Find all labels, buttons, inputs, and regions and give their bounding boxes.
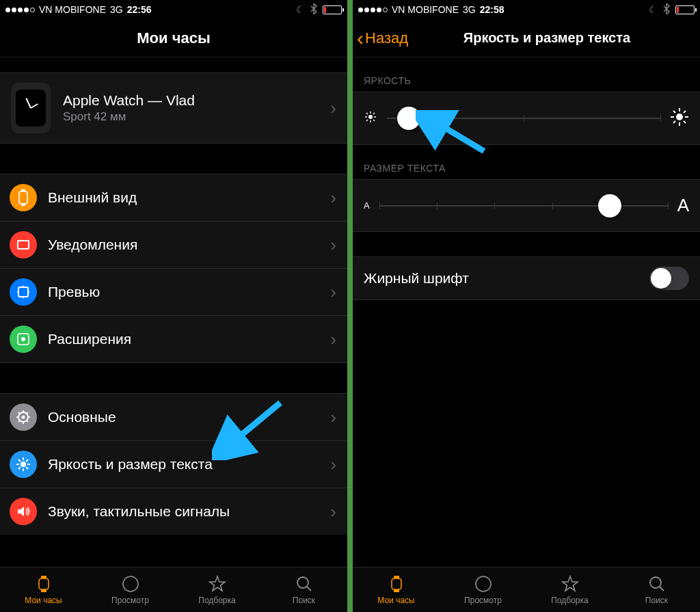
svg-rect-51 (392, 578, 401, 589)
paired-watch-card[interactable]: Apple Watch — Vlad Sport 42 мм › (0, 72, 347, 144)
brightness-slider[interactable] (387, 118, 660, 119)
chevron-right-icon: › (330, 501, 336, 522)
svg-rect-29 (41, 589, 46, 592)
navbar: ‹ Назад Яркость и размер текста (353, 19, 700, 57)
svg-line-56 (660, 587, 664, 591)
clock-label: 22:58 (480, 4, 504, 15)
chevron-left-icon: ‹ (357, 28, 364, 49)
chevron-right-icon: › (330, 235, 336, 256)
appearance-icon (10, 184, 37, 211)
svg-rect-0 (19, 191, 27, 204)
svg-line-25 (18, 467, 21, 469)
textsize-small-label: A (364, 200, 370, 211)
tab-browse[interactable]: Просмотр (440, 568, 526, 612)
status-bar: VN MOBIFONE 3G 22:58 ☾ (353, 0, 700, 19)
battery-icon (323, 5, 342, 14)
svg-rect-52 (394, 576, 399, 578)
navbar: Мои часы (0, 19, 347, 57)
tab-featured[interactable]: Подборка (174, 568, 260, 612)
svg-point-9 (22, 416, 25, 419)
svg-line-48 (684, 121, 686, 123)
chevron-right-icon: › (330, 187, 336, 209)
do-not-disturb-icon: ☾ (649, 4, 658, 15)
row-complications[interactable]: Расширения › (0, 316, 347, 363)
screen-brightness-textsize: VN MOBIFONE 3G 22:58 ☾ ‹ Назад Яркость и… (353, 0, 700, 612)
svg-line-49 (673, 121, 675, 123)
bold-text-row: Жирный шрифт (353, 256, 700, 300)
svg-rect-27 (39, 578, 49, 589)
tab-label: Поиск (645, 596, 668, 605)
tab-browse[interactable]: Просмотр (87, 568, 174, 612)
status-bar: VN MOBIFONE 3G 22:56 ☾ (0, 0, 347, 19)
glances-icon (10, 278, 37, 306)
tab-label: Просмотр (111, 596, 149, 605)
network-label: 3G (110, 4, 123, 15)
tab-label: Просмотр (464, 596, 502, 605)
tab-my-watch[interactable]: Мои часы (0, 568, 87, 612)
svg-line-41 (373, 113, 375, 114)
row-label: Внешний вид (48, 189, 330, 206)
textsize-large-label: A (677, 195, 689, 216)
chevron-right-icon: › (330, 98, 336, 119)
tab-my-watch[interactable]: Мои часы (353, 568, 440, 612)
row-brightness-textsize[interactable]: Яркость и размер текста › (0, 441, 347, 488)
svg-point-54 (476, 576, 491, 591)
device-name: Apple Watch — Vlad (63, 92, 330, 109)
row-label: Уведомления (48, 237, 330, 253)
svg-line-32 (307, 587, 311, 591)
tab-search[interactable]: Поиск (613, 568, 700, 612)
row-label: Звуки, тактильные сигналы (48, 503, 330, 520)
watch-tab-icon (387, 574, 406, 594)
svg-rect-53 (394, 589, 399, 592)
chevron-right-icon: › (330, 407, 336, 428)
tab-label: Мои часы (25, 596, 62, 605)
svg-line-50 (684, 111, 686, 113)
row-notifications[interactable]: Уведомления › (0, 222, 347, 269)
section-header-textsize: РАЗМЕР ТЕКСТА (353, 145, 700, 179)
svg-line-14 (18, 412, 20, 414)
svg-point-30 (123, 576, 138, 591)
svg-line-24 (26, 467, 28, 469)
brightness-high-icon (670, 107, 689, 129)
svg-line-47 (673, 111, 675, 113)
row-glances[interactable]: Превью › (0, 269, 347, 316)
brightness-low-icon (364, 110, 377, 127)
row-label: Превью (48, 284, 330, 300)
svg-rect-4 (18, 241, 28, 248)
svg-line-16 (18, 421, 20, 422)
tab-bar: Мои часы Просмотр Подборка Поиск (0, 567, 347, 612)
tab-search[interactable]: Поиск (260, 568, 347, 612)
row-appearance[interactable]: Внешний вид › (0, 174, 347, 222)
network-label: 3G (463, 4, 476, 15)
bold-text-switch[interactable] (649, 267, 689, 290)
device-model: Sport 42 мм (63, 110, 330, 124)
brightness-slider-row (353, 92, 700, 145)
textsize-slider[interactable] (379, 205, 668, 207)
svg-point-7 (21, 337, 25, 341)
svg-rect-2 (21, 204, 25, 206)
svg-point-55 (650, 577, 661, 588)
tab-featured[interactable]: Подборка (526, 568, 613, 612)
do-not-disturb-icon: ☾ (296, 4, 305, 15)
svg-line-26 (26, 460, 28, 462)
search-icon (647, 574, 667, 594)
compass-icon (474, 574, 493, 594)
chevron-right-icon: › (330, 454, 336, 475)
row-sounds-haptics[interactable]: Звуки, тактильные сигналы › (0, 488, 347, 535)
svg-rect-5 (18, 287, 28, 297)
svg-line-38 (366, 113, 368, 114)
settings-group-1: Внешний вид › Уведомления › Превью › (0, 174, 347, 363)
row-general[interactable]: Основные › (0, 394, 347, 441)
svg-rect-28 (41, 576, 46, 578)
tab-label: Подборка (198, 596, 235, 605)
row-label: Расширения (48, 331, 330, 347)
watch-thumbnail-icon (11, 83, 51, 133)
compass-icon (121, 574, 140, 594)
battery-icon (675, 5, 695, 14)
star-icon (208, 574, 227, 594)
back-button[interactable]: ‹ Назад (357, 19, 408, 57)
svg-line-15 (27, 421, 28, 422)
bluetooth-icon (663, 3, 670, 16)
svg-line-17 (27, 412, 28, 414)
textsize-slider-row: A A (353, 179, 700, 232)
